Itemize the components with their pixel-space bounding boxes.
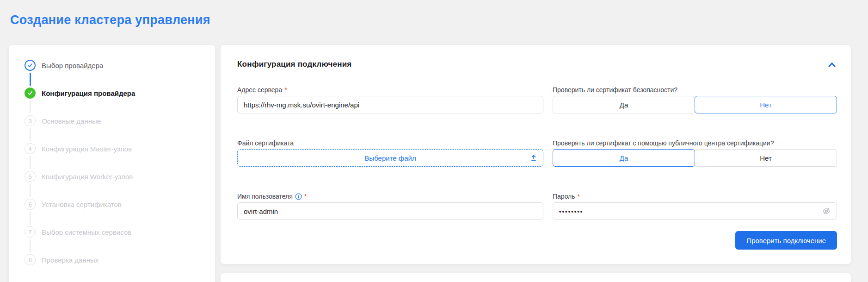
step-connector — [30, 212, 31, 225]
stepper-step-master-nodes[interactable]: 4 Конфигурация Master-узлов — [25, 143, 206, 154]
step-connector — [30, 128, 31, 141]
step-label: Конфигурация Master-узлов — [42, 145, 132, 153]
verify-cert-yes-button[interactable]: Да — [553, 96, 695, 113]
verify-cert-label: Проверить ли сертификат безопасности? — [553, 86, 837, 94]
next-section-panel — [221, 273, 851, 282]
verify-cert-no-button[interactable]: Нет — [695, 96, 837, 113]
step-number: 8 — [25, 254, 36, 265]
verify-public-ca-label: Проверять ли сертификат с помощью публич… — [553, 139, 837, 147]
stepper-step-data-check[interactable]: 8 Проверка данных — [25, 254, 206, 265]
username-group: Имя пользователя * — [237, 192, 543, 220]
step-number: 4 — [25, 143, 36, 154]
chevron-up-icon — [828, 63, 836, 69]
step-connector — [30, 184, 31, 197]
stepper-step-certificates[interactable]: 6 Установка сертификатов — [25, 199, 206, 210]
server-address-input[interactable] — [237, 96, 543, 113]
stepper-step-system-services[interactable]: 7 Выбор системных сервисов — [25, 226, 206, 238]
step-label: Выбор системных сервисов — [42, 228, 131, 236]
stepper-step-provider-choice[interactable]: Выбор провайдера — [25, 60, 206, 71]
stepper-step-provider-config[interactable]: Конфигурация провайдера — [25, 88, 206, 99]
step-number: 6 — [25, 199, 36, 210]
verify-public-ca-yes-button[interactable]: Да — [553, 149, 695, 167]
required-asterisk: * — [578, 192, 580, 201]
verify-public-ca-no-button[interactable]: Нет — [695, 149, 837, 167]
step-label: Основные данные — [42, 117, 101, 125]
step-number: 7 — [25, 226, 36, 238]
password-label: Пароль* — [553, 192, 837, 201]
step-label: Конфигурация провайдера — [42, 89, 135, 97]
stepper-step-worker-nodes[interactable]: 5 Конфигурация Worker-узлов — [25, 171, 206, 182]
password-input[interactable] — [553, 202, 837, 220]
step-number: 3 — [25, 115, 36, 126]
eye-off-icon[interactable] — [822, 207, 831, 216]
connection-config-panel: Конфигурация подключения Адрес сервера* … — [221, 45, 851, 264]
step-current-check-icon — [25, 88, 36, 99]
verify-cert-group: Проверить ли сертификат безопасности? Да… — [553, 86, 837, 113]
verify-cert-toggle: Да Нет — [553, 96, 837, 113]
password-group: Пароль* — [553, 192, 837, 220]
required-asterisk: * — [284, 86, 287, 94]
verify-public-ca-group: Проверять ли сертификат с помощью публич… — [553, 139, 837, 167]
info-icon[interactable] — [295, 193, 302, 200]
stepper-step-basic-data[interactable]: 3 Основные данные — [25, 115, 206, 126]
step-label: Проверка данных — [42, 256, 98, 264]
step-connector — [30, 156, 31, 169]
step-label: Установка сертификатов — [42, 201, 122, 208]
choose-file-button[interactable]: Выберите файл — [364, 154, 416, 162]
required-asterisk: * — [304, 192, 307, 201]
step-done-check-icon — [25, 60, 36, 71]
collapse-panel-button[interactable] — [827, 61, 837, 70]
cert-file-upload[interactable]: Выберите файл — [237, 149, 543, 167]
username-input[interactable] — [237, 202, 543, 220]
stepper-sidebar: Выбор провайдера Конфигурация провайдера… — [9, 45, 215, 282]
cert-file-group: Файл сертификата Выберите файл — [237, 139, 543, 167]
server-address-label: Адрес сервера* — [237, 86, 543, 94]
verify-public-ca-toggle: Да Нет — [553, 149, 837, 167]
page: Создание кластера управления Выбор прова… — [0, 0, 868, 282]
username-label: Имя пользователя * — [237, 192, 543, 201]
step-label: Выбор провайдера — [42, 62, 103, 69]
upload-icon — [530, 155, 537, 162]
step-number: 5 — [25, 171, 36, 182]
server-address-group: Адрес сервера* — [237, 86, 543, 113]
step-connector — [30, 73, 31, 86]
step-connector — [30, 100, 31, 113]
test-connection-button[interactable]: Проверить подключение — [735, 231, 837, 250]
step-connector — [30, 239, 31, 252]
step-label: Конфигурация Worker-узлов — [42, 173, 133, 181]
panel-title: Конфигурация подключения — [237, 60, 351, 69]
cert-file-label: Файл сертификата — [237, 139, 543, 147]
page-title: Создание кластера управления — [10, 13, 210, 27]
